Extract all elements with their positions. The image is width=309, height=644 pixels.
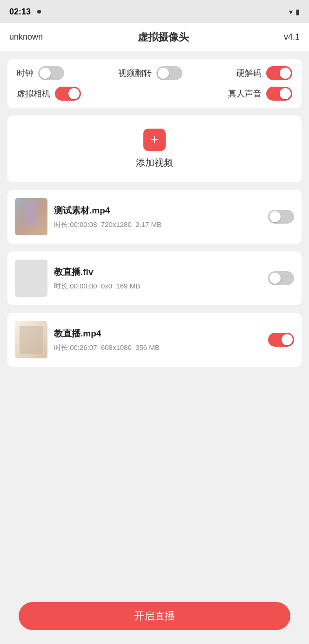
header-unknown-label: unknown	[9, 32, 43, 42]
video-resolution-2: 0x0	[101, 282, 112, 290]
clock-toggle[interactable]	[38, 66, 64, 80]
video-info-2: 教直播.flv 时长:00:00:00 0x0 169 MB	[54, 266, 262, 291]
toggle-row-1: 时钟 视频翻转 硬解码	[17, 66, 292, 80]
video-duration-2: 时长:00:00:00	[54, 282, 97, 290]
video-toggle-2[interactable]	[268, 271, 294, 285]
video-thumbnail-1	[15, 198, 47, 235]
video-toggle-1[interactable]	[268, 210, 294, 224]
video-meta-3: 时长:00:26:07 608x1080 356 MB	[54, 343, 262, 352]
video-resolution-1: 720x1280	[101, 220, 132, 228]
video-meta-1: 时长:00:00:08 720x1280 2.17 MB	[54, 220, 262, 229]
toggle-row-2: 虚拟相机 真人声音	[17, 87, 292, 101]
wifi-icon: ▾	[289, 7, 293, 16]
video-flip-toggle-group: 视频翻转	[118, 66, 182, 80]
video-info-3: 教直播.mp4 时长:00:26:07 608x1080 356 MB	[54, 328, 262, 352]
hardware-decode-label: 硬解码	[236, 68, 262, 79]
real-voice-label: 真人声音	[228, 88, 262, 99]
start-live-label: 开启直播	[134, 609, 175, 623]
status-icons: ▾ ▮	[289, 7, 300, 16]
status-time: 02:13	[9, 7, 31, 17]
real-voice-toggle-group: 真人声音	[228, 87, 292, 101]
video-name-3: 教直播.mp4	[54, 328, 262, 340]
app-title: 虚拟摄像头	[138, 30, 189, 44]
hardware-decode-toggle-group: 硬解码	[236, 66, 292, 80]
clock-label: 时钟	[17, 68, 34, 79]
video-duration-3: 时长:00:26:07	[54, 343, 97, 351]
status-dot	[37, 10, 41, 14]
video-name-1: 测试素材.mp4	[54, 205, 262, 217]
virtual-camera-toggle[interactable]	[55, 87, 81, 101]
hardware-decode-toggle[interactable]	[266, 66, 292, 80]
video-resolution-3: 608x1080	[101, 343, 132, 351]
video-meta-2: 时长:00:00:00 0x0 169 MB	[54, 282, 262, 291]
video-flip-label: 视频翻转	[118, 68, 152, 79]
video-flip-toggle[interactable]	[156, 66, 182, 80]
add-video-button[interactable]: +	[143, 129, 166, 151]
video-size-2: 169 MB	[116, 282, 140, 290]
status-bar: 02:13 ▾ ▮	[0, 0, 309, 23]
virtual-camera-toggle-group: 虚拟相机	[17, 87, 81, 101]
video-name-2: 教直播.flv	[54, 266, 262, 278]
battery-icon: ▮	[296, 7, 300, 16]
video-item-1: 测试素材.mp4 时长:00:00:08 720x1280 2.17 MB	[7, 190, 302, 244]
add-video-card: + 添加视频	[7, 116, 302, 182]
video-size-1: 2.17 MB	[135, 220, 161, 228]
clock-toggle-group: 时钟	[17, 66, 64, 80]
video-toggle-3[interactable]	[268, 333, 294, 347]
video-info-1: 测试素材.mp4 时长:00:00:08 720x1280 2.17 MB	[54, 205, 262, 229]
video-thumbnail-2	[15, 260, 47, 297]
start-live-button[interactable]: 开启直播	[19, 602, 290, 630]
main-content: 时钟 视频翻转 硬解码 虚拟相机 真人声音	[0, 51, 309, 487]
video-thumbnail-3	[15, 321, 47, 358]
bottom-bar: 开启直播	[0, 593, 309, 644]
video-item-2: 教直播.flv 时长:00:00:00 0x0 169 MB	[7, 251, 302, 305]
video-item-3: 教直播.mp4 时长:00:26:07 608x1080 356 MB	[7, 313, 302, 367]
app-version: v4.1	[284, 32, 300, 42]
video-size-3: 356 MB	[135, 343, 160, 351]
add-video-label: 添加视频	[136, 157, 173, 169]
real-voice-toggle[interactable]	[266, 87, 292, 101]
app-header: unknown 虚拟摄像头 v4.1	[0, 23, 309, 51]
content-spacer	[0, 487, 309, 593]
virtual-camera-label: 虚拟相机	[17, 88, 50, 99]
toggle-section: 时钟 视频翻转 硬解码 虚拟相机 真人声音	[7, 59, 302, 108]
plus-icon: +	[151, 133, 158, 146]
video-duration-1: 时长:00:00:08	[54, 220, 97, 228]
